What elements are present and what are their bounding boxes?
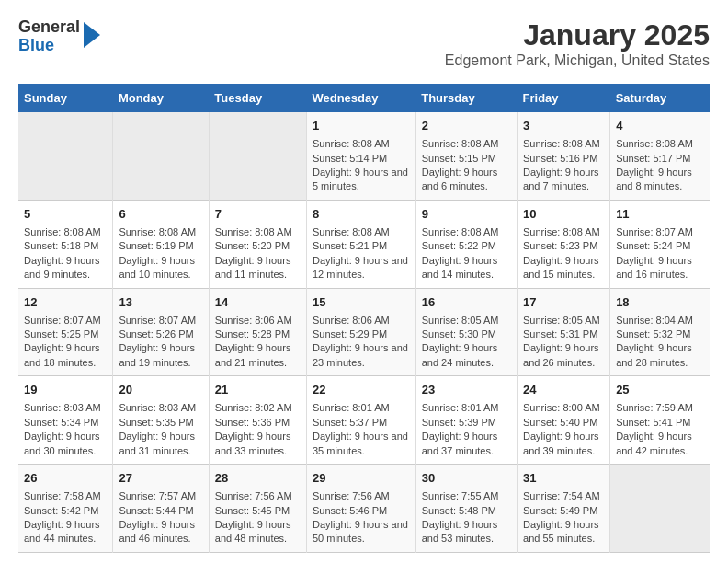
day-cell: 14Sunrise: 8:06 AMSunset: 5:28 PMDayligh… [209,288,306,376]
day-cell: 31Sunrise: 7:54 AMSunset: 5:49 PMDayligh… [518,465,610,553]
day-number: 29 [313,470,410,487]
sunset-label: Sunset: 5:20 PM [215,240,290,251]
daylight-label: Daylight: 9 hours and 50 minutes. [313,519,408,544]
page-title: January 2025 [445,18,710,52]
day-cell: 17Sunrise: 8:05 AMSunset: 5:31 PMDayligh… [518,288,610,376]
day-info: Sunrise: 7:57 AMSunset: 5:44 PMDaylight:… [119,489,202,546]
day-cell: 2Sunrise: 8:08 AMSunset: 5:15 PMDaylight… [415,112,517,200]
day-info: Sunrise: 8:08 AMSunset: 5:15 PMDaylight:… [422,137,511,194]
sunrise-label: Sunrise: 8:03 AM [119,402,196,413]
day-cell: 6Sunrise: 8:08 AMSunset: 5:19 PMDaylight… [113,200,209,288]
day-number: 6 [119,206,202,223]
day-number: 8 [313,206,410,223]
day-cell [113,112,209,200]
sunset-label: Sunset: 5:22 PM [422,240,496,251]
title-area: January 2025 Edgemont Park, Michigan, Un… [445,18,710,69]
day-cell: 30Sunrise: 7:55 AMSunset: 5:48 PMDayligh… [415,465,517,553]
day-cell: 23Sunrise: 8:01 AMSunset: 5:39 PMDayligh… [415,376,517,465]
day-number: 2 [422,118,511,134]
sunset-label: Sunset: 5:15 PM [422,153,496,164]
day-number: 13 [119,294,202,311]
calendar-header: SundayMondayTuesdayWednesdayThursdayFrid… [18,84,710,112]
logo-blue: Blue [18,37,80,55]
day-cell: 22Sunrise: 8:01 AMSunset: 5:37 PMDayligh… [306,376,415,465]
daylight-label: Daylight: 9 hours and 37 minutes. [422,431,498,455]
day-number: 4 [616,118,704,134]
sunset-label: Sunset: 5:21 PM [313,240,387,251]
sunrise-label: Sunrise: 7:56 AM [313,490,390,501]
day-number: 27 [119,470,202,487]
day-number: 23 [422,382,511,398]
sunset-label: Sunset: 5:19 PM [119,240,193,251]
day-number: 11 [616,206,704,223]
day-info: Sunrise: 7:56 AMSunset: 5:45 PMDaylight:… [215,489,301,546]
daylight-label: Daylight: 9 hours and 23 minutes. [313,342,408,367]
day-cell: 10Sunrise: 8:08 AMSunset: 5:23 PMDayligh… [518,200,610,288]
sunrise-label: Sunrise: 8:03 AM [24,402,101,413]
day-info: Sunrise: 8:08 AMSunset: 5:23 PMDaylight:… [523,225,604,282]
day-cell: 1Sunrise: 8:08 AMSunset: 5:14 PMDaylight… [306,112,415,200]
day-info: Sunrise: 8:06 AMSunset: 5:28 PMDaylight:… [215,314,301,371]
day-number: 20 [119,382,202,398]
day-number: 24 [523,382,604,398]
day-number: 5 [24,206,107,223]
calendar-table: SundayMondayTuesdayWednesdayThursdayFrid… [18,84,710,553]
day-cell: 25Sunrise: 7:59 AMSunset: 5:41 PMDayligh… [610,376,710,465]
day-info: Sunrise: 8:00 AMSunset: 5:40 PMDaylight:… [523,401,604,458]
day-cell: 3Sunrise: 8:08 AMSunset: 5:16 PMDaylight… [518,112,610,200]
day-info: Sunrise: 8:08 AMSunset: 5:22 PMDaylight:… [422,225,511,282]
sunrise-label: Sunrise: 8:06 AM [215,315,292,326]
sunrise-label: Sunrise: 8:00 AM [523,402,600,413]
header-cell-thursday: Thursday [415,84,517,112]
sunrise-label: Sunrise: 8:08 AM [616,138,693,149]
sunset-label: Sunset: 5:24 PM [616,240,690,251]
day-number: 25 [616,382,704,398]
day-info: Sunrise: 8:05 AMSunset: 5:30 PMDaylight:… [422,314,511,371]
day-number: 17 [523,294,604,311]
sunrise-label: Sunrise: 8:08 AM [24,226,101,237]
sunset-label: Sunset: 5:34 PM [24,417,98,428]
daylight-label: Daylight: 9 hours and 16 minutes. [616,255,692,280]
day-info: Sunrise: 8:03 AMSunset: 5:34 PMDaylight:… [24,401,107,458]
day-info: Sunrise: 7:55 AMSunset: 5:48 PMDaylight:… [422,489,511,546]
day-number: 19 [24,382,107,398]
day-cell: 29Sunrise: 7:56 AMSunset: 5:46 PMDayligh… [306,465,415,553]
week-row-2: 5Sunrise: 8:08 AMSunset: 5:18 PMDaylight… [18,200,710,288]
day-number: 21 [215,382,301,398]
daylight-label: Daylight: 9 hours and 15 minutes. [523,255,599,280]
day-info: Sunrise: 8:07 AMSunset: 5:24 PMDaylight:… [616,225,704,282]
day-cell: 15Sunrise: 8:06 AMSunset: 5:29 PMDayligh… [306,288,415,376]
sunset-label: Sunset: 5:40 PM [523,417,597,428]
logo-text: General Blue [18,18,80,55]
daylight-label: Daylight: 9 hours and 28 minutes. [616,342,692,367]
header-cell-saturday: Saturday [610,84,710,112]
day-info: Sunrise: 8:04 AMSunset: 5:32 PMDaylight:… [616,314,704,371]
sunrise-label: Sunrise: 7:59 AM [616,402,693,413]
day-cell: 28Sunrise: 7:56 AMSunset: 5:45 PMDayligh… [209,465,306,553]
day-number: 31 [523,470,604,487]
logo-arrow-icon [84,22,100,48]
header-cell-monday: Monday [113,84,209,112]
day-info: Sunrise: 8:03 AMSunset: 5:35 PMDaylight:… [119,401,202,458]
day-cell: 7Sunrise: 8:08 AMSunset: 5:20 PMDaylight… [209,200,306,288]
sunrise-label: Sunrise: 7:55 AM [422,490,499,501]
daylight-label: Daylight: 9 hours and 7 minutes. [523,167,599,191]
sunset-label: Sunset: 5:26 PM [119,328,193,339]
sunset-label: Sunset: 5:28 PM [215,328,290,339]
sunset-label: Sunset: 5:23 PM [523,240,597,251]
sunrise-label: Sunrise: 8:05 AM [422,315,499,326]
sunrise-label: Sunrise: 8:08 AM [119,226,196,237]
day-number: 22 [313,382,410,398]
sunset-label: Sunset: 5:32 PM [616,328,690,339]
sunset-label: Sunset: 5:14 PM [313,153,387,164]
daylight-label: Daylight: 9 hours and 10 minutes. [119,255,195,280]
sunset-label: Sunset: 5:41 PM [616,417,690,428]
day-info: Sunrise: 8:08 AMSunset: 5:20 PMDaylight:… [215,225,301,282]
sunset-label: Sunset: 5:36 PM [215,417,290,428]
day-info: Sunrise: 8:05 AMSunset: 5:31 PMDaylight:… [523,314,604,371]
calendar-body: 1Sunrise: 8:08 AMSunset: 5:14 PMDaylight… [18,112,710,552]
sunrise-label: Sunrise: 7:54 AM [523,490,600,501]
day-number: 12 [24,294,107,311]
week-row-1: 1Sunrise: 8:08 AMSunset: 5:14 PMDaylight… [18,112,710,200]
sunrise-label: Sunrise: 7:57 AM [119,490,196,501]
